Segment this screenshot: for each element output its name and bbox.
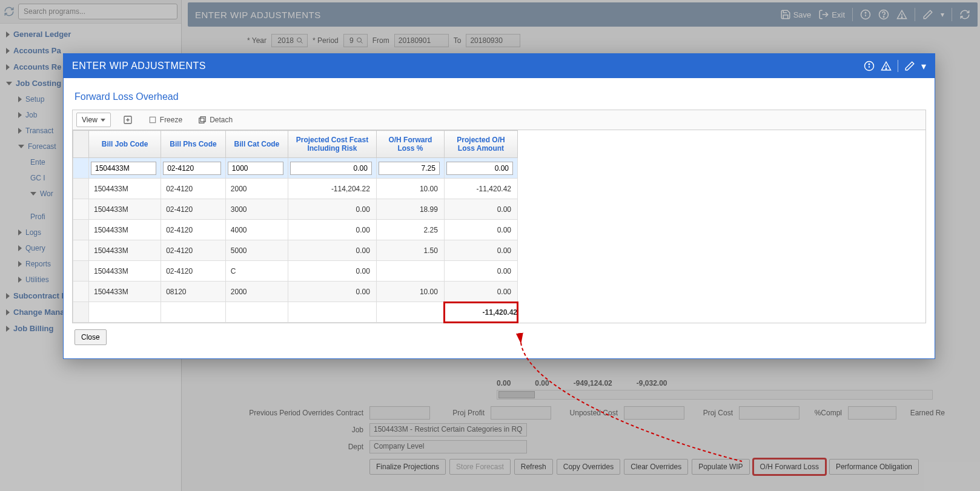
dropdown-caret-icon[interactable]: ▾ [921,61,927,72]
modal-title: ENTER WIP ADJUSTMENTS [72,61,206,71]
warning-icon[interactable] [881,61,892,71]
freeze-button[interactable]: Freeze [145,113,186,127]
modal-dialog: ENTER WIP ADJUSTMENTS ▾ Forward Loss Ove… [63,53,935,359]
grid-cell: 02-4120 [161,182,225,196]
grid-cell: 0.00 [445,265,517,278]
detach-button[interactable]: Detach [194,113,236,127]
grid-cell: 02-4120 [161,223,225,237]
grid-cell: 08120 [161,285,225,298]
grid-cell: -11,420.42 [445,182,517,196]
grid-cell: 0.00 [288,244,376,257]
section-title: Forward Loss Overhead [72,85,926,110]
table-row[interactable]: 1504433M02-412030000.0018.990.00 [73,199,518,220]
grid-cell: 02-4120 [161,265,225,278]
grid-cell: -114,204.22 [288,182,376,196]
grid-cell-input[interactable] [163,162,221,175]
grid-cell: 1.50 [377,244,444,257]
export-icon[interactable] [119,113,136,127]
grid-cell-input[interactable] [228,162,283,175]
col-projected-cost[interactable]: Projected Cost Fcast Including Risk [288,131,377,158]
grid-cell: 10.00 [377,285,444,298]
grid-cell: 2000 [226,182,288,196]
grid-cell: 1504433M [89,223,161,237]
chevron-down-icon [101,119,105,122]
grid-cell: 0.00 [445,223,517,237]
grid-cell: 02-4120 [161,244,225,257]
grid-cell: 1504433M [89,244,161,257]
table-row[interactable]: 1504433M02-4120C0.000.00 [73,261,518,282]
grid-cell: 0.00 [288,203,376,216]
grid-cell: 3000 [226,203,288,216]
grid-cell: 18.99 [377,203,444,216]
svg-rect-20 [200,117,205,122]
grid-cell: 02-4120 [161,203,225,216]
grid-cell: 0.00 [445,244,517,257]
table-row[interactable]: 1504433M02-412040000.002.250.00 [73,220,518,240]
table-row[interactable]: 1504433M02-412050000.001.500.00 [73,240,518,261]
grid-cell [377,269,444,274]
grid-cell: C [226,265,288,278]
grid-cell: 10.00 [377,182,444,196]
grid-cell: 1504433M [89,285,161,298]
close-button[interactable]: Close [74,329,107,345]
grid-cell: 5000 [226,244,288,257]
grid-cell-input[interactable] [91,162,156,175]
svg-point-14 [869,64,870,65]
grid-cell: 0.00 [288,265,376,278]
col-bill-job-code[interactable]: Bill Job Code [89,131,161,158]
table-row[interactable]: 1504433M02-41202000-114,204.2210.00-11,4… [73,179,518,199]
grid-cell-input[interactable] [290,162,372,175]
svg-rect-19 [199,118,204,123]
col-oh-forward-loss-pct[interactable]: O/H Forward Loss % [376,131,444,158]
col-projected-oh-loss-amount[interactable]: Projected O/H Loss Amount [444,131,517,158]
table-row[interactable]: 1504433M0812020000.0010.000.00 [73,282,518,302]
grid-cell: 1504433M [89,265,161,278]
grid-cell: 1504433M [89,203,161,216]
forward-loss-grid: Bill Job Code Bill Phs Code Bill Cat Cod… [72,130,926,323]
grid-cell: 2.25 [377,223,444,237]
table-row[interactable] [73,158,518,179]
grid-cell: 4000 [226,223,288,237]
grid-cell: 2000 [226,285,288,298]
grid-cell-input[interactable] [446,162,513,175]
svg-point-16 [886,68,887,70]
col-bill-cat-code[interactable]: Bill Cat Code [225,131,288,158]
grid-cell: 0.00 [288,285,376,298]
grid-cell: 0.00 [445,203,517,216]
grid-cell-input[interactable] [379,162,440,175]
edit-icon[interactable] [904,61,915,71]
total-oh-loss-amount: -11,420.42 [444,302,517,323]
view-menu-button[interactable]: View [76,113,111,127]
grid-cell: 0.00 [288,223,376,237]
grid-cell: 0.00 [445,285,517,298]
col-bill-phs-code[interactable]: Bill Phs Code [161,131,226,158]
modal-header: ENTER WIP ADJUSTMENTS ▾ [64,54,935,78]
grid-cell: 1504433M [89,182,161,196]
svg-rect-18 [150,117,155,122]
grid-toolbar: View Freeze Detach [72,110,926,130]
info-icon[interactable] [864,61,875,71]
